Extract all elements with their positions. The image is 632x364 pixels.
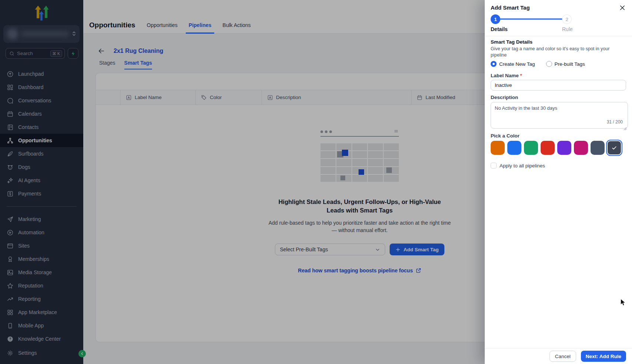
stepper-connector	[500, 18, 562, 20]
color-swatch-dark-selected[interactable]	[606, 140, 622, 156]
label-name-input[interactable]	[491, 80, 626, 91]
description-textarea[interactable]: No Activity in the last 30 days	[491, 102, 628, 129]
add-smart-tag-drawer: Add Smart Tag 1 2 Details Rule Smart Tag…	[485, 0, 632, 364]
drawer-footer: Cancel Next: Add Rule	[485, 348, 632, 364]
color-swatch-orange[interactable]	[490, 140, 506, 156]
color-swatch-purple[interactable]	[556, 140, 572, 156]
color-swatch-slate[interactable]	[589, 140, 606, 156]
tag-type-radio-group: Create New Tag Pre-built Tags	[491, 61, 585, 67]
color-swatch-row	[490, 140, 622, 156]
required-asterisk: *	[520, 73, 522, 78]
section-title: Smart Tag Details	[491, 39, 532, 45]
step-1-label: Details	[491, 26, 508, 32]
modal-dim-overlay[interactable]	[0, 0, 485, 364]
resize-handle-icon[interactable]	[623, 125, 627, 132]
checkbox-unchecked-icon	[491, 163, 497, 169]
drawer-title: Add Smart Tag	[491, 4, 530, 11]
check-icon	[611, 145, 617, 151]
description-label: Description	[491, 95, 518, 100]
color-swatch-green[interactable]	[523, 140, 539, 156]
drawer-divider	[485, 36, 632, 36]
char-counter: 31 / 200	[607, 119, 623, 125]
close-button[interactable]	[619, 4, 626, 12]
radio-unselected-icon	[546, 61, 552, 67]
label-name-label: Label Name *	[491, 73, 522, 78]
color-swatch-red[interactable]	[539, 140, 556, 156]
step-1-indicator: 1	[491, 14, 500, 24]
radio-pre-built-tags[interactable]: Pre-built Tags	[546, 61, 585, 67]
color-swatch-blue[interactable]	[506, 140, 522, 156]
section-description: Give your tag a name and color so it's e…	[491, 46, 611, 58]
pick-color-label: Pick a Color	[491, 133, 520, 139]
apply-all-pipelines-checkbox[interactable]: Apply to all pipelines	[491, 163, 545, 169]
radio-selected-icon	[491, 61, 497, 67]
close-icon	[619, 4, 626, 11]
radio-create-new-tag[interactable]: Create New Tag	[491, 61, 535, 67]
color-swatch-magenta[interactable]	[573, 140, 589, 156]
step-2-indicator: 2	[562, 14, 572, 24]
cancel-button[interactable]: Cancel	[549, 351, 576, 362]
next-add-rule-button[interactable]: Next: Add Rule	[581, 351, 626, 362]
step-2-label: Rule	[562, 26, 573, 32]
